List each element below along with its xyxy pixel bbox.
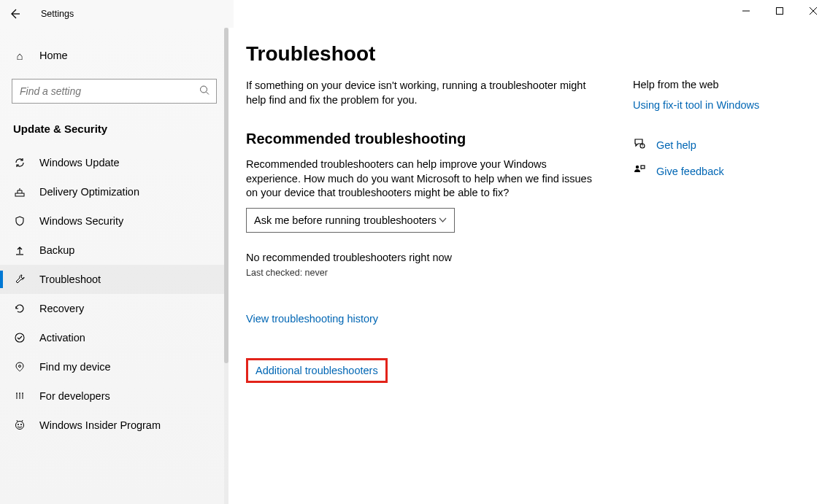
status-subtext: Last checked: never	[246, 268, 604, 278]
svg-text:?: ?	[642, 144, 644, 148]
select-value: Ask me before running troubleshooters	[254, 214, 437, 226]
sidebar-item-label: Home	[39, 50, 68, 61]
search-input[interactable]	[12, 79, 217, 104]
sidebar-item-recovery[interactable]: Recovery	[0, 294, 228, 323]
sidebar-item-windows-update[interactable]: Windows Update	[0, 148, 228, 177]
wrench-icon	[13, 274, 26, 285]
svg-rect-16	[641, 166, 645, 168]
back-arrow-icon	[9, 8, 20, 20]
sidebar-item-troubleshoot[interactable]: Troubleshoot	[0, 265, 228, 294]
location-icon	[13, 361, 26, 373]
section-title: Recommended troubleshooting	[246, 131, 604, 147]
sidebar-item-activation[interactable]: Activation	[0, 323, 228, 352]
sidebar-item-label: Find my device	[39, 361, 111, 373]
check-circle-icon	[13, 332, 26, 344]
sidebar-item-label: Windows Insider Program	[39, 419, 161, 431]
window-controls	[729, 0, 830, 22]
svg-rect-6	[15, 193, 24, 196]
insider-icon	[13, 419, 26, 431]
svg-point-9	[19, 365, 21, 368]
title-bar: Settings	[0, 0, 830, 28]
home-icon: ⌂	[13, 50, 26, 62]
page-title: Troubleshoot	[246, 42, 604, 66]
status-text: No recommended troubleshooters right now	[246, 252, 604, 263]
help-header: Help from the web	[633, 79, 823, 90]
svg-point-10	[16, 422, 24, 430]
sidebar-group-header: Update & Security	[0, 117, 228, 148]
page-intro: If something on your device isn't workin…	[246, 79, 604, 107]
feedback-icon	[633, 163, 646, 179]
chevron-down-icon	[439, 216, 447, 225]
get-help-link[interactable]: Get help	[656, 139, 696, 151]
section-body: Recommended troubleshooters can help imp…	[246, 158, 604, 201]
help-web-link[interactable]: Using fix-it tool in Windows	[633, 99, 823, 111]
sidebar: ⌂ Home Update & Security Windows Update …	[0, 28, 228, 504]
svg-point-15	[636, 166, 639, 168]
sidebar-item-label: For developers	[39, 390, 110, 402]
get-help-item[interactable]: ? Get help	[633, 137, 823, 153]
sidebar-item-label: Windows Update	[39, 157, 120, 168]
sidebar-item-label: Windows Security	[39, 215, 123, 227]
back-button[interactable]	[0, 0, 29, 28]
developers-icon	[13, 390, 26, 402]
sidebar-item-home[interactable]: ⌂ Home	[0, 41, 228, 70]
search-icon	[199, 85, 210, 98]
give-feedback-item[interactable]: Give feedback	[633, 163, 823, 179]
additional-troubleshooters-link[interactable]: Additional troubleshooters	[255, 365, 378, 376]
backup-icon	[13, 244, 26, 256]
svg-point-11	[18, 424, 19, 425]
content-area: Troubleshoot If something on your device…	[228, 28, 830, 504]
close-button[interactable]	[796, 0, 830, 22]
minimize-button[interactable]	[729, 0, 763, 22]
sidebar-item-windows-security[interactable]: Windows Security	[0, 206, 228, 236]
maximize-button[interactable]	[763, 0, 796, 22]
svg-rect-1	[777, 8, 783, 15]
svg-point-8	[15, 333, 24, 342]
sidebar-item-label: Delivery Optimization	[39, 186, 139, 198]
sidebar-item-label: Activation	[39, 332, 85, 344]
window-title: Settings	[41, 9, 74, 19]
sidebar-item-label: Recovery	[39, 303, 84, 314]
troubleshoot-preference-select[interactable]: Ask me before running troubleshooters	[246, 208, 455, 233]
sidebar-item-find-my-device[interactable]: Find my device	[0, 352, 228, 381]
svg-point-4	[201, 86, 207, 93]
svg-line-5	[207, 92, 210, 95]
right-column: Help from the web Using fix-it tool in W…	[633, 42, 823, 504]
sidebar-item-for-developers[interactable]: For developers	[0, 381, 228, 411]
delivery-icon	[13, 186, 26, 198]
sidebar-item-windows-insider[interactable]: Windows Insider Program	[0, 411, 228, 440]
sidebar-item-delivery-optimization[interactable]: Delivery Optimization	[0, 177, 228, 206]
help-chat-icon: ?	[633, 137, 646, 153]
give-feedback-link[interactable]: Give feedback	[656, 166, 724, 177]
highlight-annotation: Additional troubleshooters	[246, 358, 388, 383]
svg-point-12	[20, 424, 22, 425]
sidebar-item-label: Backup	[39, 244, 74, 256]
sidebar-item-label: Troubleshoot	[39, 274, 101, 285]
recovery-icon	[13, 303, 26, 314]
shield-icon	[13, 215, 26, 227]
sidebar-item-backup[interactable]: Backup	[0, 236, 228, 265]
view-history-link[interactable]: View troubleshooting history	[246, 313, 378, 325]
sync-icon	[13, 157, 26, 168]
